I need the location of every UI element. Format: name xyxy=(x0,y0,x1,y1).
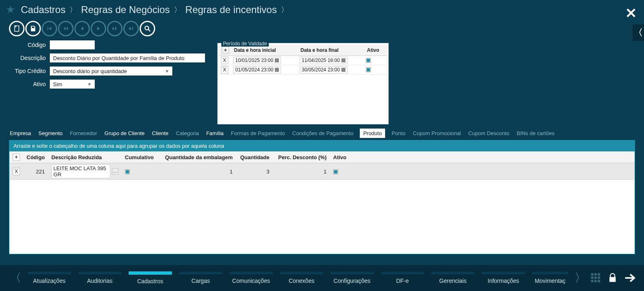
grid-col-qtd[interactable]: Quantidade xyxy=(236,151,273,163)
grid-group-bar[interactable]: Arraste e solte o cabeçalho de uma colun… xyxy=(9,140,635,151)
first-button[interactable] xyxy=(42,21,57,36)
toolbar xyxy=(0,16,644,39)
module-configuracoes[interactable]: Configurações xyxy=(328,272,376,284)
period-start-input[interactable]: 01/05/2024 23:00 xyxy=(233,66,281,73)
codigo-input[interactable] xyxy=(50,40,95,49)
calendar-icon[interactable] xyxy=(341,68,345,72)
save-button[interactable] xyxy=(25,21,41,36)
fast-back-button[interactable] xyxy=(58,21,74,36)
tab-formas-pagamento[interactable]: Formas de Pagamento xyxy=(230,129,286,138)
svg-rect-0 xyxy=(15,26,19,31)
back-button[interactable] xyxy=(74,21,90,36)
cell-cumulativo-checkbox[interactable] xyxy=(125,169,130,174)
period-delete-button[interactable]: X xyxy=(221,57,228,64)
period-row[interactable]: X 01/05/2024 23:00 30/05/2024 23:00 xyxy=(219,65,387,75)
period-active-checkbox[interactable] xyxy=(366,67,371,72)
tipo-credito-label: Tipo Crédito xyxy=(9,68,50,74)
period-col-active[interactable]: Ativo xyxy=(364,45,387,56)
tab-familia[interactable]: Família xyxy=(205,129,225,138)
nav-prev-icon[interactable]: 〈 xyxy=(8,270,23,286)
grid-col-desc[interactable]: Descrição Reduzida xyxy=(48,151,122,163)
lookup-button[interactable]: … xyxy=(112,168,118,175)
grid-col-qemb[interactable]: Quantidade da embalagem xyxy=(158,151,236,163)
tab-condicoes-pagamento[interactable]: Condições de Pagamento xyxy=(292,129,354,138)
svg-rect-11 xyxy=(598,280,600,282)
period-col-end[interactable]: Data e hora final xyxy=(298,45,365,56)
chevron-right-icon: 〉 xyxy=(69,5,77,15)
tab-fornecedor[interactable]: Fornecedor xyxy=(69,129,98,138)
cell-perc[interactable]: 1 xyxy=(273,163,330,180)
grid-col-perc[interactable]: Perc. Desconto (%) xyxy=(273,151,330,163)
cell-qemb[interactable]: 1 xyxy=(158,163,236,180)
module-cadastros[interactable]: Cadastros xyxy=(126,271,174,284)
last-button[interactable] xyxy=(123,21,139,36)
grid-add-button[interactable]: + xyxy=(13,153,20,161)
crumb-1[interactable]: Cadastros xyxy=(21,4,65,16)
apps-grid-icon[interactable] xyxy=(590,272,602,284)
module-conexoes[interactable]: Conexões xyxy=(278,272,326,284)
tab-bins-cartoes[interactable]: BINs de cartões xyxy=(516,129,555,138)
descricao-input[interactable] xyxy=(50,53,205,62)
period-active-checkbox[interactable] xyxy=(366,58,371,63)
tab-cupom-desconto[interactable]: Cupom Desconto xyxy=(468,129,510,138)
close-icon[interactable]: ✕ xyxy=(625,7,637,19)
period-end-input[interactable]: 30/05/2024 23:00 xyxy=(300,66,348,73)
lock-icon[interactable] xyxy=(607,273,618,283)
tab-bar: Empresa Segmento Fornecedor Grupo de Cli… xyxy=(0,129,644,138)
tab-empresa[interactable]: Empresa xyxy=(9,129,32,138)
grid-delete-button[interactable]: X xyxy=(13,168,20,175)
nav-next-icon[interactable]: 〉 xyxy=(573,270,588,286)
new-button[interactable] xyxy=(9,21,25,36)
star-icon[interactable]: ★ xyxy=(6,3,15,16)
table-row[interactable]: X 221 LEITE MOC LATA 395 GR … 1 3 1 xyxy=(9,163,635,180)
tipo-credito-select[interactable]: Desconto diário por quantidade ▼ xyxy=(50,67,172,76)
svg-point-1 xyxy=(145,26,149,30)
module-gerenciais[interactable]: Gerenciais xyxy=(429,272,477,284)
cell-qtd[interactable]: 3 xyxy=(236,163,273,180)
period-legend: Período de Validade xyxy=(221,41,269,47)
tab-cupom-promocional[interactable]: Cupom Promocional xyxy=(412,129,462,138)
cell-ativo-checkbox[interactable] xyxy=(333,169,338,174)
module-atualizacoes[interactable]: Atualizações xyxy=(25,272,74,284)
tab-segmento[interactable]: Segmento xyxy=(38,129,63,138)
grid-col-cum[interactable]: Cumulativo xyxy=(122,151,158,163)
crumb-2[interactable]: Regras de Negócios xyxy=(81,4,169,16)
ativo-value: Sim xyxy=(53,81,62,87)
svg-rect-7 xyxy=(594,277,597,279)
period-row[interactable]: X 10/01/2025 23:00 11/04/2025 18:00 xyxy=(219,56,387,65)
period-delete-button[interactable]: X xyxy=(221,66,228,73)
module-auditorias[interactable]: Auditorias xyxy=(76,272,124,284)
tab-categoria[interactable]: Categoria xyxy=(175,129,200,138)
forward-button[interactable] xyxy=(91,21,106,36)
svg-line-2 xyxy=(148,29,150,31)
module-comunicacoes[interactable]: Comunicações xyxy=(227,272,275,284)
crumb-3[interactable]: Regras de incentivos xyxy=(185,4,277,16)
period-fieldset: + Data e hora inicial Data e hora final … xyxy=(217,43,389,124)
module-dfe[interactable]: DF-e xyxy=(379,272,427,284)
tab-grupo-cliente[interactable]: Grupo de Cliente xyxy=(104,129,145,138)
period-start-input[interactable]: 10/01/2025 23:00 xyxy=(233,57,281,64)
collapse-panel-icon[interactable]: 〈 xyxy=(633,24,644,41)
period-end-input[interactable]: 11/04/2025 18:00 xyxy=(300,57,348,64)
arrow-right-icon[interactable] xyxy=(624,272,636,284)
tab-ponto[interactable]: Ponto xyxy=(391,129,406,138)
calendar-icon[interactable] xyxy=(275,58,279,62)
module-cargas[interactable]: Cargas xyxy=(177,272,225,284)
chevron-right-icon: 〉 xyxy=(174,5,181,15)
cell-codigo[interactable]: 221 xyxy=(23,163,48,180)
grid-col-codigo[interactable]: Código xyxy=(23,151,48,163)
fast-forward-button[interactable] xyxy=(107,21,123,36)
tab-cliente[interactable]: Cliente xyxy=(151,129,169,138)
ativo-select[interactable]: Sim ▼ xyxy=(50,80,95,89)
tab-produto[interactable]: Produto xyxy=(360,129,385,138)
calendar-icon[interactable] xyxy=(275,68,279,72)
module-movimentacoes[interactable]: Movimentaç xyxy=(530,272,570,284)
svg-rect-10 xyxy=(594,280,597,282)
search-button[interactable] xyxy=(140,21,155,36)
grid-col-ativo[interactable]: Ativo xyxy=(330,151,354,163)
cell-desc[interactable]: LEITE MOC LATA 395 GR xyxy=(51,164,110,178)
calendar-icon[interactable] xyxy=(341,58,345,62)
module-informacoes[interactable]: Informações xyxy=(479,272,528,284)
period-table: + Data e hora inicial Data e hora final … xyxy=(219,45,387,75)
period-add-button[interactable]: + xyxy=(222,47,229,54)
